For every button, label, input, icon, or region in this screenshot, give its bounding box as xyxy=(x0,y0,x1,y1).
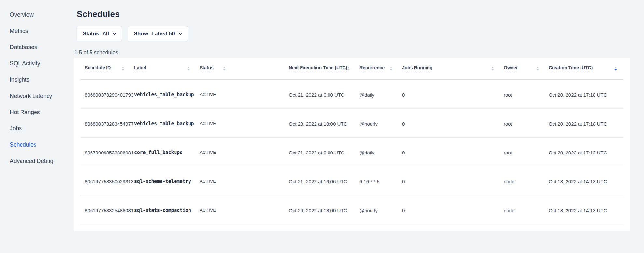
cell-next-execution-time: Oct 20, 2022 at 18:00 UTC xyxy=(289,208,359,213)
cell-recurrence: @hourly xyxy=(359,208,402,213)
sidebar-item-sql-activity[interactable]: SQL Activity xyxy=(0,55,74,72)
status-filter-label: Status: All xyxy=(83,31,109,37)
sidebar-item-overview[interactable]: Overview xyxy=(0,7,74,23)
sort-icon xyxy=(187,67,190,71)
sort-icon xyxy=(122,67,124,71)
sort-icon xyxy=(390,67,392,71)
chevron-down-icon xyxy=(178,31,182,35)
main-content: Schedules Status: All Show: Latest 50 1-… xyxy=(74,0,644,253)
sort-icon xyxy=(536,67,539,71)
sidebar-item-advanced-debug[interactable]: Advanced Debug xyxy=(0,153,74,169)
db-console-schedules-page: Overview Metrics Databases SQL Activity … xyxy=(0,0,644,253)
cell-next-execution-time: Oct 21, 2022 at 16:06 UTC xyxy=(289,179,359,184)
column-header-jobs-running[interactable]: Jobs Running xyxy=(402,65,504,72)
sidebar-item-jobs[interactable]: Jobs xyxy=(0,120,74,137)
cell-owner: node xyxy=(504,179,549,184)
chevron-down-icon xyxy=(113,31,116,35)
cell-label: sql-schema-telemetry xyxy=(134,179,200,184)
cell-owner: node xyxy=(504,208,549,213)
status-filter-dropdown[interactable]: Status: All xyxy=(77,26,122,41)
column-header-label: Next Execution Time (UTC) xyxy=(289,65,347,72)
cell-status: ACTIVE xyxy=(200,121,289,126)
table-row[interactable]: 806197753350029313 sql-schema-telemetry … xyxy=(80,166,623,195)
cell-schedule-id: 806800373283454977 xyxy=(80,121,134,126)
show-filter-label: Show: Latest 50 xyxy=(134,31,175,37)
table-body: 806800373290401793 vehicles_table_backup… xyxy=(74,80,630,224)
cell-next-execution-time: Oct 21, 2022 at 0:00 UTC xyxy=(289,92,359,98)
cell-owner: root xyxy=(504,92,549,98)
column-header-label: Recurrence xyxy=(359,65,385,72)
column-header-status[interactable]: Status xyxy=(200,65,289,72)
sidebar-item-databases[interactable]: Databases xyxy=(0,39,74,55)
column-header-schedule-id[interactable]: Schedule ID xyxy=(80,65,134,72)
results-summary: 1-5 of 5 schedules xyxy=(74,49,644,56)
cell-jobs-running: 0 xyxy=(402,92,504,98)
sort-icon xyxy=(347,67,350,71)
cell-status: ACTIVE xyxy=(200,92,289,97)
cell-creation-time: Oct 18, 2022 at 14:13 UTC xyxy=(549,179,623,184)
sidebar-nav: Overview Metrics Databases SQL Activity … xyxy=(0,7,74,169)
table-header-row: Schedule ID Label Status Next Execution … xyxy=(80,58,623,80)
cell-status: ACTIVE xyxy=(200,179,289,184)
cell-label: sql-stats-compaction xyxy=(134,207,200,213)
cell-schedule-id: 806197753350029313 xyxy=(80,179,134,184)
table-row[interactable]: 806197753325486081 sql-stats-compaction … xyxy=(80,195,623,224)
column-header-label[interactable]: Label xyxy=(134,65,200,72)
column-header-label: Jobs Running xyxy=(402,65,432,72)
cell-label: core_full_backups xyxy=(134,150,200,155)
cell-next-execution-time: Oct 21, 2022 at 0:00 UTC xyxy=(289,150,359,155)
cell-recurrence: @hourly xyxy=(359,121,402,126)
cell-creation-time: Oct 20, 2022 at 17:18 UTC xyxy=(549,121,623,126)
column-header-label: Status xyxy=(200,65,214,72)
sidebar-item-schedules[interactable]: Schedules xyxy=(0,137,74,153)
cell-recurrence: @daily xyxy=(359,150,402,155)
cell-status: ACTIVE xyxy=(200,150,289,155)
cell-schedule-id: 806197753325486081 xyxy=(80,208,134,213)
sidebar: Overview Metrics Databases SQL Activity … xyxy=(0,0,74,253)
sidebar-item-network-latency[interactable]: Network Latency xyxy=(0,88,74,104)
table-row[interactable]: 806799098533806081 core_full_backups ACT… xyxy=(80,138,623,166)
column-header-recurrence[interactable]: Recurrence xyxy=(359,65,402,72)
show-filter-dropdown[interactable]: Show: Latest 50 xyxy=(128,26,188,41)
sidebar-item-metrics[interactable]: Metrics xyxy=(0,23,74,39)
cell-recurrence: @daily xyxy=(359,92,402,98)
cell-owner: root xyxy=(504,121,549,126)
column-header-label: Creation Time (UTC) xyxy=(549,65,593,72)
cell-next-execution-time: Oct 20, 2022 at 18:00 UTC xyxy=(289,121,359,126)
page-title: Schedules xyxy=(77,9,644,19)
cell-creation-time: Oct 18, 2022 at 14:13 UTC xyxy=(549,208,623,213)
filters-bar: Status: All Show: Latest 50 xyxy=(77,26,644,41)
column-header-label: Owner xyxy=(504,65,518,72)
sort-icon xyxy=(223,67,226,71)
cell-creation-time: Oct 20, 2022 at 17:12 UTC xyxy=(549,150,623,155)
column-header-label: Label xyxy=(134,65,146,72)
cell-recurrence: 6 16 * * 5 xyxy=(359,179,402,184)
cell-label: vehicles_table_backup xyxy=(134,92,200,98)
column-header-next-execution-time[interactable]: Next Execution Time (UTC) xyxy=(289,65,359,72)
cell-creation-time: Oct 20, 2022 at 17:18 UTC xyxy=(549,92,623,98)
column-header-label: Schedule ID xyxy=(85,65,111,72)
column-header-owner[interactable]: Owner xyxy=(504,65,549,72)
sort-icon xyxy=(614,67,617,71)
cell-status: ACTIVE xyxy=(200,208,289,213)
sort-icon xyxy=(491,67,494,71)
cell-label: vehicles_table_backup xyxy=(134,121,200,126)
cell-jobs-running: 0 xyxy=(402,121,504,126)
cell-jobs-running: 0 xyxy=(402,208,504,213)
cell-jobs-running: 0 xyxy=(402,150,504,155)
schedules-table-panel: Schedule ID Label Status Next Execution … xyxy=(74,58,630,231)
table-row[interactable]: 806800373283454977 vehicles_table_backup… xyxy=(80,109,623,138)
cell-schedule-id: 806799098533806081 xyxy=(80,150,134,155)
sidebar-item-insights[interactable]: Insights xyxy=(0,72,74,88)
cell-owner: root xyxy=(504,150,549,155)
cell-schedule-id: 806800373290401793 xyxy=(80,92,134,98)
column-header-creation-time[interactable]: Creation Time (UTC) xyxy=(549,65,623,72)
table-row[interactable]: 806800373290401793 vehicles_table_backup… xyxy=(80,80,623,109)
sidebar-item-hot-ranges[interactable]: Hot Ranges xyxy=(0,104,74,120)
cell-jobs-running: 0 xyxy=(402,179,504,184)
